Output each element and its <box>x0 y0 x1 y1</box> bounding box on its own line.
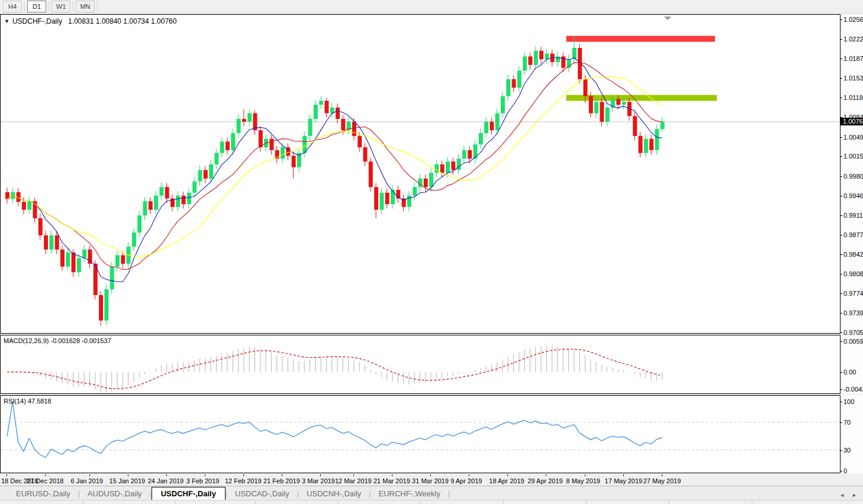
tab-scroll-right-button[interactable]: ► <box>852 492 857 498</box>
price-axis-label: 1.01870 <box>843 56 863 62</box>
chart-tab-usdchf[interactable]: USDCHF-,Daily <box>152 487 226 501</box>
chart-dropdown-icon[interactable]: ▼ <box>4 18 9 24</box>
status-strip-divider <box>752 501 752 504</box>
chart-tab-audusd[interactable]: AUDUSD-,Daily <box>80 487 150 500</box>
macd-panel-plot[interactable]: MACD(12,26,9) -0.001628 -0.001537 <box>0 335 841 394</box>
date-axis-label: 17 May 2019 <box>605 477 643 484</box>
status-strip-divider <box>586 501 587 504</box>
date-axis-label: 6 Jan 2019 <box>71 477 103 484</box>
chart-window: ▼ USDCHF-,Daily 1.00831 1.00840 1.00734 … <box>0 14 863 487</box>
tab-separator: | <box>448 490 450 500</box>
rsi-canvas <box>1 396 840 473</box>
status-strip-divider <box>337 501 338 504</box>
toolbar-separator <box>97 2 98 11</box>
rsi-axis-label: 70 <box>843 419 851 426</box>
price-axis-tick <box>841 20 842 20</box>
date-axis-label: 27 May 2019 <box>643 477 681 484</box>
timeframe-button-mn[interactable]: MN <box>76 1 95 12</box>
rsi-label: RSI(14) 47.5818 <box>4 398 51 405</box>
toolbar-separator <box>73 2 73 11</box>
price-axis-label: 0.99460 <box>843 193 863 199</box>
macd-axis[interactable]: 0.005970.00-0.00424 <box>841 335 863 394</box>
macd-axis-label: 0.00597 <box>843 338 863 345</box>
toolbar-separator <box>49 2 49 11</box>
date-axis-tick <box>392 474 392 476</box>
macd-axis-tick <box>841 389 842 390</box>
macd-axis-tick <box>841 372 842 373</box>
price-axis-tick <box>841 156 842 157</box>
price-chart-canvas <box>1 15 840 333</box>
date-axis-label: 21 Feb 2019 <box>263 477 300 484</box>
date-axis-label: 9 Apr 2019 <box>450 477 482 484</box>
macd-label: MACD(12,26,9) -0.001628 -0.001537 <box>4 337 111 344</box>
price-axis-tick <box>841 215 842 216</box>
rsi-axis-tick <box>841 402 842 402</box>
date-axis-label: 18 Apr 2019 <box>489 477 524 484</box>
rsi-axis[interactable]: 10070300 <box>841 395 863 473</box>
chart-title: ▼ USDCHF-,Daily 1.00831 1.00840 1.00734 … <box>4 17 176 25</box>
status-strip-divider <box>503 501 504 504</box>
price-chart-plot[interactable]: ▼ USDCHF-,Daily 1.00831 1.00840 1.00734 … <box>0 14 841 334</box>
date-axis-tick <box>546 474 546 476</box>
price-axis-tick <box>841 59 842 59</box>
price-axis-tick <box>841 78 842 79</box>
macd-axis-label: -0.00424 <box>843 386 863 393</box>
chart-shift-marker-icon[interactable] <box>664 17 671 20</box>
date-axis-tick <box>320 474 321 476</box>
price-axis-tick <box>841 39 842 40</box>
timeframe-toolbar: H4D1W1MN <box>0 0 863 14</box>
price-axis[interactable]: 1.025601.022201.018701.015301.011801.008… <box>841 14 863 334</box>
date-axis-tick <box>507 474 508 476</box>
date-axis-label: 3 Mar 2019 <box>302 477 335 484</box>
chart-tab-eurusd[interactable]: EURUSD-,Daily <box>8 487 78 500</box>
date-axis-label: 31 Mar 2019 <box>412 477 449 484</box>
tab-scroll-arrows: ◄ ► <box>839 492 863 500</box>
date-axis-tick <box>585 474 585 476</box>
price-axis-label: 1.01180 <box>843 95 863 101</box>
price-axis-label: 0.98080 <box>843 271 863 277</box>
date-axis-tick <box>166 474 167 476</box>
price-axis-tick <box>841 332 842 333</box>
moving-average-slow-line <box>7 77 662 257</box>
tab-scroll-left-button[interactable]: ◄ <box>839 492 845 498</box>
chart-tab-usdcnh[interactable]: USDCNH-,Daily <box>299 487 369 500</box>
date-axis-label: 27 Dec 2018 <box>27 477 63 484</box>
rsi-axis-tick <box>841 450 842 451</box>
price-axis-label: 0.99110 <box>843 212 863 219</box>
date-axis-label: 29 Apr 2019 <box>527 477 562 484</box>
price-axis-tick <box>841 254 842 255</box>
price-axis-label: 1.00490 <box>843 134 863 141</box>
price-axis-label: 0.97390 <box>843 310 863 316</box>
date-axis-tick <box>623 474 624 476</box>
price-axis-label: 0.98770 <box>843 232 863 238</box>
price-axis-label: 1.02560 <box>843 17 863 23</box>
price-axis-tick <box>841 137 842 138</box>
date-axis-tick <box>89 474 90 476</box>
chart-tab-eurchf[interactable]: EURCHF-,Weekly <box>371 487 448 500</box>
toolbar-separator <box>24 2 25 11</box>
support-level-line[interactable] <box>566 95 717 101</box>
timeframe-button-d1[interactable]: D1 <box>27 1 46 12</box>
chart-ohlc-readout: 1.00831 1.00840 1.00734 1.00760 <box>68 17 177 25</box>
date-axis-label: 3 Feb 2019 <box>186 477 220 484</box>
macd-axis-label: 0.00 <box>843 369 856 376</box>
date-axis-tick <box>45 474 46 476</box>
date-axis-label: 24 Jan 2019 <box>148 477 184 484</box>
resistance-level-line[interactable] <box>566 36 715 42</box>
timeframe-button-h4[interactable]: H4 <box>3 1 22 12</box>
chart-tab-usdcad[interactable]: USDCAD-,Daily <box>227 487 297 500</box>
rsi-panel-plot[interactable]: RSI(14) 47.5818 <box>0 395 841 473</box>
price-axis-label: 1.02220 <box>843 36 863 43</box>
date-axis-tick <box>205 474 205 476</box>
timeframe-button-w1[interactable]: W1 <box>51 1 70 12</box>
rsi-line <box>7 402 662 458</box>
current-bid-price-label: 1.00760 <box>841 118 863 125</box>
status-strip-divider <box>83 501 83 504</box>
macd-histogram <box>7 346 662 393</box>
chart-tab-bar: EURUSD-,Daily|AUDUSD-,Daily|USDCHF-,Dail… <box>0 486 863 500</box>
price-axis-tick <box>841 293 842 294</box>
rsi-axis-label: 30 <box>843 447 851 454</box>
date-axis-label: 12 Mar 2019 <box>335 477 372 484</box>
date-axis-tick <box>7 474 7 476</box>
date-axis-tick <box>662 474 662 476</box>
